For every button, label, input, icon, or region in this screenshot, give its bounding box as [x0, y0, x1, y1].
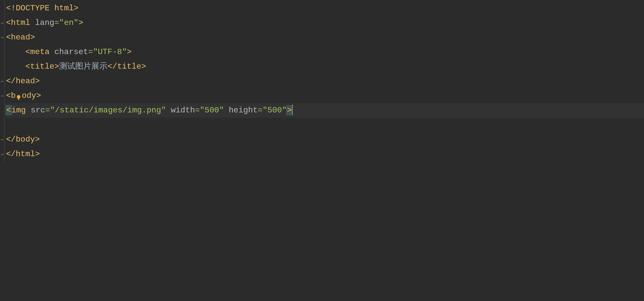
lightbulb-icon[interactable] [16, 92, 22, 99]
code-line-active[interactable]: <img src="/static/images/img.png" width=… [6, 103, 644, 118]
code-content[interactable]: <!DOCTYPE html> <html lang="en"> <head> … [0, 0, 644, 161]
space [50, 4, 54, 13]
tag-body-ody: ody [22, 91, 36, 100]
tag-bracket: </ [107, 62, 117, 71]
code-line[interactable]: <body> [6, 89, 644, 103]
svg-rect-1 [18, 100, 19, 100]
attr-value: "en" [59, 18, 78, 27]
tag-title-close: title [117, 62, 141, 71]
tag-title: title [30, 62, 54, 71]
tag-html: html [11, 18, 30, 27]
code-line[interactable]: </html> [6, 147, 644, 161]
doctype-close: > [74, 4, 78, 13]
tag-img: img [11, 106, 26, 115]
code-line-empty[interactable] [6, 118, 644, 132]
tag-bracket-matched: < [6, 105, 12, 115]
tag-bracket: < [6, 18, 11, 27]
tag-bracket: < [25, 62, 30, 71]
space [166, 106, 171, 115]
attr-value-width: "500" [200, 106, 224, 115]
tag-bracket: > [36, 91, 41, 100]
indent [6, 45, 25, 59]
indent [6, 59, 25, 74]
code-line[interactable]: <!DOCTYPE html> [6, 1, 644, 16]
code-line[interactable]: </head> [6, 74, 644, 89]
tag-bracket: </ [6, 76, 16, 86]
equals: = [195, 106, 200, 115]
equals: = [54, 18, 59, 27]
tag-head-close: head [16, 76, 35, 86]
tag-bracket: > [35, 135, 40, 144]
attr-value-src: "/static/images/img.png" [50, 106, 166, 115]
tag-bracket-matched: > [286, 105, 293, 115]
tag-body-b: b [11, 91, 16, 100]
attr-src: src [31, 106, 45, 115]
tag-bracket: > [30, 33, 35, 42]
attr-lang: lang [35, 18, 54, 27]
tag-bracket: > [78, 18, 83, 27]
title-text: 测试图片展示 [59, 62, 107, 71]
code-line[interactable]: <html lang="en"> [6, 16, 644, 30]
space [50, 47, 54, 57]
fold-marker-icon[interactable] [1, 37, 4, 38]
tag-bracket: < [6, 33, 11, 42]
equals: = [258, 106, 263, 115]
tag-body-close: body [16, 135, 35, 144]
tag-meta: meta [30, 47, 50, 57]
code-line[interactable]: </body> [6, 132, 644, 147]
attr-value-height: "500" [263, 106, 287, 115]
attr-charset: charset [54, 47, 88, 57]
space [30, 18, 35, 27]
tag-bracket: < [25, 47, 30, 57]
attr-value: "UTF-8" [93, 47, 127, 57]
tag-bracket: > [127, 47, 132, 57]
tag-bracket: </ [6, 149, 16, 159]
tag-bracket: > [54, 62, 59, 71]
equals: = [45, 106, 50, 115]
code-line[interactable]: <meta charset="UTF-8"> [6, 45, 644, 59]
equals: = [88, 47, 93, 57]
code-line[interactable]: <head> [6, 30, 644, 45]
tag-bracket: > [141, 62, 146, 71]
fold-marker-icon[interactable] [1, 81, 4, 82]
tag-bracket: </ [6, 135, 16, 144]
svg-rect-0 [18, 99, 19, 100]
fold-marker-icon[interactable] [1, 23, 4, 23]
tag-bracket: > [35, 76, 40, 86]
doctype-open: <! [6, 4, 16, 13]
code-editor[interactable]: <!DOCTYPE html> <html lang="en"> <head> … [0, 0, 644, 161]
tag-head: head [11, 33, 30, 42]
doctype-html: html [54, 4, 74, 13]
attr-height: height [229, 106, 258, 115]
space [26, 106, 31, 115]
fold-marker-icon[interactable] [1, 140, 4, 140]
tag-bracket: > [35, 149, 40, 159]
text-cursor [292, 105, 293, 115]
fold-marker-icon[interactable] [1, 154, 4, 155]
attr-width: width [171, 106, 195, 115]
fold-marker-icon[interactable] [1, 96, 4, 96]
fold-gutter [0, 0, 5, 161]
tag-html-close: html [16, 149, 35, 159]
code-line[interactable]: <title>测试图片展示</title> [6, 59, 644, 74]
tag-bracket: < [6, 91, 11, 100]
space [224, 106, 229, 115]
doctype-keyword: DOCTYPE [16, 4, 49, 13]
